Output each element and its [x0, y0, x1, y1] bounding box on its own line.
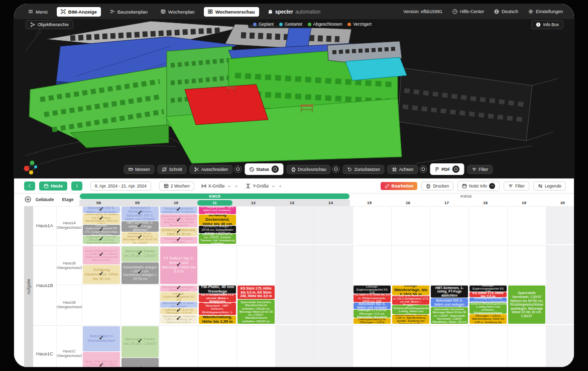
tool-druckvorschau-button[interactable]: Druckvorschau [286, 165, 331, 174]
task-item[interactable]: Decke lichte Höhe bis 2,70 m, Dicke 30 c… [160, 214, 197, 227]
task-item[interactable]: Leibungsschalung für Öffnungen > 2,5m2, … [469, 314, 507, 324]
task-item[interactable]: Wandschalung, Höhe bis 2,95 m [199, 316, 236, 324]
task-item[interactable]: Schalung Deckenrand, Höhe bis 30 cm✓ [160, 228, 197, 236]
day-header-19[interactable]: 19 [505, 200, 543, 206]
task-item[interactable]: Betonage Decke bis 20 cm, C20/25, Schach… [199, 234, 236, 244]
day-header-16[interactable]: 16 [389, 200, 427, 206]
task-item[interactable]: Spannstelle Vermörteln, Betonage Wand 20… [431, 307, 468, 324]
nav-item-menu[interactable]: Menü [24, 7, 52, 17]
task-item[interactable]: Betonstahl 500 S, liefern und verlegen [354, 303, 391, 309]
day-header-08[interactable]: 08 [79, 200, 118, 206]
task-item[interactable]: Wandschalung, Höhe bis 2,95 m, Wandschal… [392, 315, 429, 324]
task-item[interactable]: HBT-Schienen/Rückbiegeanschluss, 1-reihi… [392, 305, 429, 314]
note-info-button[interactable]: Notiz Info [457, 181, 500, 191]
task-item[interactable]: Horizontalabdichtung Mauerwerk - HBT-Sch… [199, 303, 236, 316]
day-header-20[interactable]: 20 [543, 200, 574, 206]
task-item[interactable]: Decke lichte Höhe bis 2,7 m, Dicke 30 cm… [83, 246, 120, 264]
nav-item-language[interactable]: Deutsch [493, 8, 519, 15]
tool-pdf-button[interactable]: PDF [430, 163, 464, 175]
tool-achsen-badge[interactable] [419, 165, 427, 173]
day-header-10[interactable]: 10 [157, 200, 195, 206]
legend-button[interactable]: Legende [533, 181, 566, 191]
filter-button[interactable]: Filter [504, 181, 529, 191]
task-item[interactable]: Schweißbahn anlegen < 50*50 cm, Durchbru… [122, 262, 159, 284]
date-range-display[interactable]: 8. Apr. 2024 - 21. Apr. 2024 [90, 181, 151, 191]
task-item[interactable]: Leitungs-Ergänzungsspachtel KS 175, Zula… [83, 225, 120, 235]
task-item[interactable]: KS U-Schalenstein 17,5 cm incl. Beton + … [199, 294, 236, 302]
nav-item-hilfe-center[interactable]: ?Hilfe-Center [451, 8, 485, 15]
task-item[interactable]: Lehrschalung für Decken und Unterzüge, W… [83, 214, 120, 224]
day-header-12[interactable]: 12 [234, 200, 273, 206]
task-item[interactable]: Leitungs-Ergänzungsspachtel KS 175✓ [160, 292, 197, 301]
nav-item-bim-anzeige[interactable]: BIM-Anzeige [57, 7, 101, 17]
task-item[interactable]: Rückbiegeanschlüsse ausbiegen aus Fertig… [469, 298, 507, 302]
add-row-button[interactable] [25, 196, 31, 203]
today-button[interactable]: Heute [39, 181, 67, 191]
nav-item-wochenvorschau[interactable]: Wochenvorschau [204, 7, 259, 17]
nav-item-bauzeitenplan[interactable]: Bauzeitenplan [106, 7, 152, 17]
nav-item-einstellungen[interactable]: Einstellungen [527, 8, 564, 15]
task-item[interactable]: Zulage Wandvorlage, bis 0,25*0,50 m [392, 286, 429, 295]
bim-viewport[interactable]: Objekthierarchie GeplantGestartetAbgesch… [14, 19, 574, 178]
day-header-18[interactable]: 18 [466, 200, 505, 206]
next-week-button[interactable] [71, 181, 82, 191]
day-header-15[interactable]: 15 [350, 200, 389, 206]
task-item[interactable]: Betonstahl in Elementdecken, Betonstahl … [122, 207, 159, 221]
task-item[interactable]: Leitungs-Ergänzungsspachtel KS 175 [354, 286, 391, 294]
task-item[interactable]: HBT-Schienen/Rückbiegeanschluss, 1-reihi… [469, 303, 507, 314]
task-item[interactable]: Betonstahl 500 S, liefern und verlegen✓ [160, 302, 197, 308]
tool-filter-button[interactable]: Filter [467, 165, 493, 174]
task-item[interactable]: Betonstahl in Elementdecken✓ [83, 326, 120, 351]
task-item[interactable]: Leibungen 17,5 cm für Öffnungen <2,5 m2,… [354, 310, 391, 318]
objekthierarchie-button[interactable]: Objekthierarchie [26, 20, 73, 29]
x-size-minus-button[interactable]: − [226, 183, 231, 189]
task-item[interactable]: Betonstahl 500 S, liefern und verlegen✓ [83, 207, 120, 213]
day-header-11[interactable]: 11 [195, 200, 234, 206]
task-item[interactable]: Decke lichte Höhe bis 2,7 m, Dicke 30 cm… [83, 352, 120, 367]
y-size-plus-button[interactable]: + [278, 183, 283, 189]
day-header-09[interactable]: 09 [118, 200, 157, 206]
task-item[interactable]: KS Stein 175, Höhe bis 3,0 m, Pfeilermau… [354, 294, 391, 302]
task-item[interactable]: Betonage Decke bis 25 cm, C30/37✓ [122, 326, 159, 357]
task-item[interactable]: Hohldecke 20 cm, Spannweite bis 5 m, Bet… [122, 232, 159, 244]
day-header-17[interactable]: 17 [427, 200, 466, 206]
tool-achsen-button[interactable]: Achsen [388, 165, 418, 174]
tool-ausschneiden-badge[interactable] [234, 165, 242, 173]
task-item[interactable]: Rückbiegeanschlüsse auslegen aus Fertigt… [160, 207, 197, 214]
task-item[interactable]: Rückbiegeanschlüsse ausbiegen✓ [160, 237, 197, 244]
tool-druckvorschau-badge[interactable] [332, 165, 340, 173]
tool-schnitt-button[interactable]: Schnitt [158, 165, 187, 174]
tool-ausschneiden-button[interactable]: Ausschneiden [190, 165, 232, 174]
task-item[interactable]: KS Stein 175, Höhe bis 3,0 m [469, 292, 507, 297]
day-header-13[interactable]: 13 [273, 200, 311, 206]
task-item[interactable]: Schalung Deckenrand, Höhe bis 30 cm [199, 215, 236, 225]
task-item[interactable]: Schalung Deckenrand, Höhe bis 30 cm✓ [83, 265, 120, 284]
task-item[interactable]: HBT-Schienen, 1-reihig, FT-Fuge abdichte… [122, 221, 159, 232]
task-item[interactable]: TW-Platte, 40 mm Trennfuge [199, 286, 236, 294]
task-item[interactable]: KS Stein 240, Höhe bis 3,0 m, KS U-Schal… [392, 296, 429, 305]
task-item[interactable]: Betonstahl 500 S, liefern und verlegen [431, 298, 468, 307]
day-header-14[interactable]: 14 [311, 200, 350, 206]
prev-week-button[interactable] [24, 181, 35, 191]
task-item[interactable]: Spannstelle Vermörteln, C30/37 Stützen b… [508, 286, 545, 324]
task-item[interactable]: Leitungs-Ergänzungsspachtel KS 175 [469, 286, 507, 292]
task-item[interactable]: FT Balkon Typ 2, liefern und Montage, Hö… [160, 246, 197, 284]
task-item[interactable]: Wandschalung, Höhe bis 2,95 m, Schalung … [160, 315, 197, 324]
task-item[interactable]: Durchbruch anlegen < 25*25 cm, Schweißba… [199, 226, 236, 233]
x-size-plus-button[interactable]: + [233, 183, 239, 189]
task-item[interactable]: ✓ [122, 358, 159, 367]
tool-status-badge[interactable] [271, 165, 279, 173]
weeks-select[interactable]: 2 Wochen [159, 181, 194, 191]
print-button[interactable]: Drucken [421, 181, 453, 191]
edit-button[interactable]: Bearbeiten [381, 182, 418, 190]
tool-status-button[interactable]: Status [245, 163, 283, 175]
tool-messen-button[interactable]: Messen [124, 165, 155, 174]
task-item[interactable]: HBT-Schienen, 1-reihig, FT-Fuge abdichte… [431, 286, 468, 298]
task-item[interactable]: KS Stein 175, Höhe bis 3,0 m, KS Stein 2… [238, 286, 275, 299]
task-item[interactable]: Leibungen 17,5 cm für Öffnungen > 2,5 m2… [160, 308, 197, 314]
task-item[interactable]: Betonage Decke bis 25 cm, C30/37✓ [122, 246, 159, 262]
note-info-expand-badge[interactable] [489, 183, 495, 189]
tool-pdf-badge[interactable] [452, 165, 459, 173]
nav-item-wochenplan[interactable]: Wochenplan [157, 7, 199, 17]
task-item[interactable]: Leibungen 17,5 cm für Öffnungen <2,5 m2,… [83, 236, 120, 244]
